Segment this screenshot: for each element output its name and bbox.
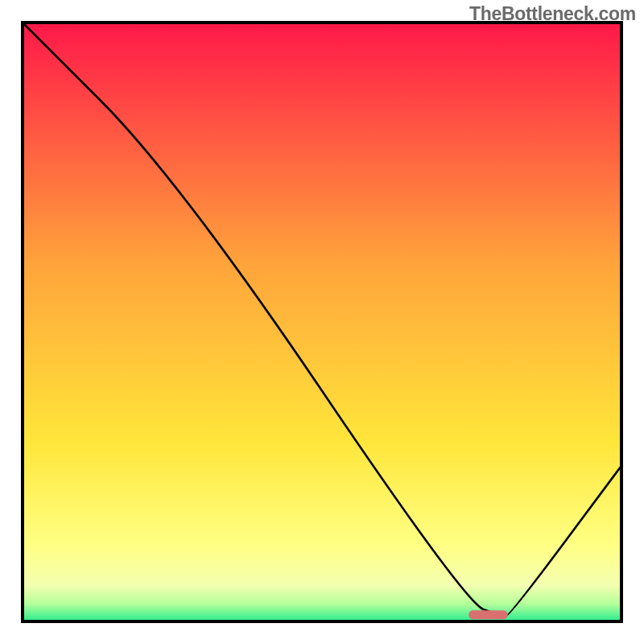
bottleneck-chart bbox=[0, 0, 644, 644]
chart-container: TheBottleneck.com bbox=[0, 0, 644, 644]
optimal-marker bbox=[469, 610, 507, 619]
